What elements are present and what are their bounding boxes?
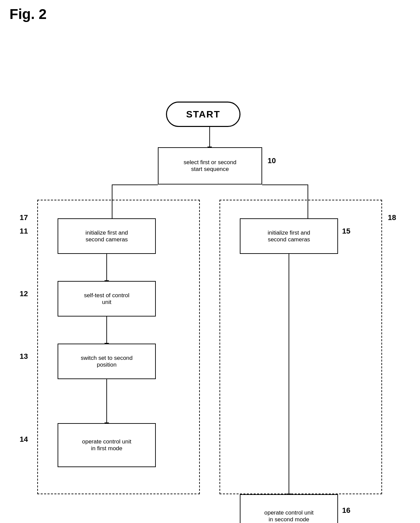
arrow-start-to-select [209,127,210,147]
label-node-11: 11 [20,227,28,236]
label-node-10: 10 [268,156,276,165]
node-16: operate control unit in second mode [240,494,338,523]
node-13: switch set to second position [58,344,156,379]
start-node: START [166,102,240,127]
node-11: initialize first and second cameras [58,218,156,254]
line-select-right-h [262,184,308,185]
diagram-container: START select first or second start seque… [0,34,420,518]
node-10: select first or second start sequence [158,147,262,184]
arrow-15-to-16 [289,254,289,494]
node-12: self-test of control unit [58,281,156,317]
arrow-13-to-14 [106,379,107,423]
label-18: 18 [388,213,396,222]
page-title: Fig. 2 [9,6,47,22]
node-15: initialize first and second cameras [240,218,338,254]
node-14: operate control unit in first mode [58,423,156,467]
line-select-left-h [112,184,158,185]
label-node-13: 13 [20,352,28,361]
label-node-12: 12 [20,289,28,298]
arrow-12-to-13 [106,317,107,344]
label-17: 17 [20,213,28,222]
arrow-11-to-12 [106,254,107,281]
label-node-16: 16 [342,506,350,515]
label-node-14: 14 [20,435,28,444]
label-node-15: 15 [342,227,350,236]
